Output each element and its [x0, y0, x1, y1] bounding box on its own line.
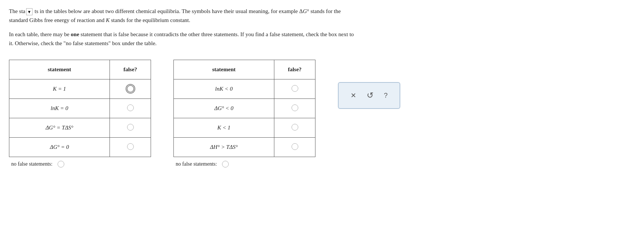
table1-no-false-radio[interactable] [58, 161, 64, 167]
bold-one: one [71, 31, 79, 37]
table2-no-false-label: no false statements: [176, 161, 217, 167]
radio-button[interactable] [127, 104, 134, 111]
intro-line2: standard Gibbs free energy of reaction a… [9, 17, 190, 23]
table-row: ΔH° > TΔS° [174, 138, 315, 157]
radio-button[interactable] [292, 124, 298, 131]
table-row: ΔG° = 0 [9, 138, 151, 157]
undo-button[interactable]: ↺ [367, 91, 373, 100]
table1-row2-radio[interactable] [110, 99, 151, 118]
table1-row1-radio[interactable] [110, 79, 151, 99]
table2: statement false? lnK < 0 ΔG° < 0 [173, 60, 315, 157]
radio-button[interactable] [292, 104, 298, 111]
close-button[interactable]: ✕ [351, 91, 356, 100]
table2-row3-statement: K < 1 [174, 118, 274, 138]
table2-row4-radio[interactable] [274, 138, 315, 157]
radio-button-selected[interactable] [126, 84, 135, 94]
table1-no-false-label: no false statements: [11, 161, 52, 167]
table2-row1-statement: lnK < 0 [174, 79, 274, 99]
table-row: K < 1 [174, 118, 315, 138]
table2-col2-header: false? [274, 60, 315, 79]
table1-row3-radio[interactable] [110, 118, 151, 138]
help-button[interactable]: ? [384, 92, 388, 100]
table1-row2-statement: lnK = 0 [9, 99, 110, 118]
table2-no-false-radio[interactable] [222, 161, 229, 167]
table1-row3-statement: ΔG° = TΔS° [9, 118, 110, 138]
intro-paragraph: The sta▾ ts in the tables below are abou… [9, 7, 607, 25]
table1-row4-radio[interactable] [110, 138, 151, 157]
table-row: K = 1 [9, 79, 151, 99]
table2-row4-statement: ΔH° > TΔS° [174, 138, 274, 157]
table1-block: statement false? K = 1 lnK = 0 [9, 60, 151, 167]
table1: statement false? K = 1 lnK = 0 [9, 60, 151, 157]
table1-row1-statement: K = 1 [9, 79, 110, 99]
table1-row4-statement: ΔG° = 0 [9, 138, 110, 157]
table2-row2-statement: ΔG° < 0 [174, 99, 274, 118]
table-row: lnK < 0 [174, 79, 315, 99]
radio-button[interactable] [127, 124, 134, 131]
help-icon: ? [384, 92, 388, 100]
table2-block: statement false? lnK < 0 ΔG° < 0 [173, 60, 315, 167]
radio-button[interactable] [292, 143, 298, 150]
table2-row2-radio[interactable] [274, 99, 315, 118]
table1-no-false-row: no false statements: [9, 161, 64, 167]
table-row: lnK = 0 [9, 99, 151, 118]
intro-line1-rest: ts in the tables below are about two dif… [33, 8, 341, 14]
table2-col1-header: statement [174, 60, 274, 79]
table-row: ΔG° < 0 [174, 99, 315, 118]
table2-row1-radio[interactable] [274, 79, 315, 99]
table1-col1-header: statement [9, 60, 110, 79]
close-icon: ✕ [351, 91, 356, 100]
table1-col2-header: false? [110, 60, 151, 79]
table2-no-false-row: no false statements: [173, 161, 229, 167]
dropdown-button[interactable]: ▾ [26, 8, 33, 15]
undo-icon: ↺ [367, 91, 373, 100]
control-panel: ✕ ↺ ? [338, 82, 400, 109]
radio-button[interactable] [127, 143, 134, 150]
tables-area: statement false? K = 1 lnK = 0 [9, 60, 635, 167]
intro-line1-start: The sta [9, 8, 25, 14]
table-row: ΔG° = TΔS° [9, 118, 151, 138]
radio-button[interactable] [292, 85, 298, 92]
table2-row3-radio[interactable] [274, 118, 315, 138]
instructions-paragraph: In each table, there may be one statemen… [9, 30, 607, 48]
